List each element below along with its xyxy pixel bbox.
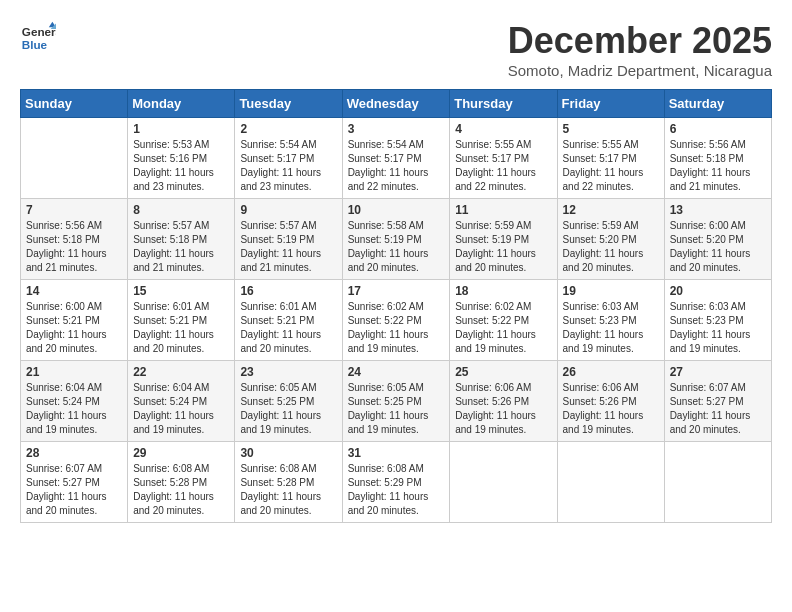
day-cell-13: 13Sunrise: 6:00 AMSunset: 5:20 PMDayligh… — [664, 199, 771, 280]
day-info: Sunrise: 5:57 AMSunset: 5:18 PMDaylight:… — [133, 219, 229, 275]
day-cell-18: 18Sunrise: 6:02 AMSunset: 5:22 PMDayligh… — [450, 280, 557, 361]
day-cell-1: 1Sunrise: 5:53 AMSunset: 5:16 PMDaylight… — [128, 118, 235, 199]
empty-cell — [557, 442, 664, 523]
day-number: 19 — [563, 284, 659, 298]
day-info: Sunrise: 6:04 AMSunset: 5:24 PMDaylight:… — [26, 381, 122, 437]
day-cell-3: 3Sunrise: 5:54 AMSunset: 5:17 PMDaylight… — [342, 118, 450, 199]
day-number: 27 — [670, 365, 766, 379]
day-info: Sunrise: 6:05 AMSunset: 5:25 PMDaylight:… — [240, 381, 336, 437]
day-info: Sunrise: 6:07 AMSunset: 5:27 PMDaylight:… — [670, 381, 766, 437]
empty-cell — [664, 442, 771, 523]
day-number: 9 — [240, 203, 336, 217]
day-info: Sunrise: 6:01 AMSunset: 5:21 PMDaylight:… — [240, 300, 336, 356]
day-info: Sunrise: 6:02 AMSunset: 5:22 PMDaylight:… — [348, 300, 445, 356]
day-cell-9: 9Sunrise: 5:57 AMSunset: 5:19 PMDaylight… — [235, 199, 342, 280]
day-info: Sunrise: 6:05 AMSunset: 5:25 PMDaylight:… — [348, 381, 445, 437]
day-number: 30 — [240, 446, 336, 460]
day-cell-11: 11Sunrise: 5:59 AMSunset: 5:19 PMDayligh… — [450, 199, 557, 280]
day-info: Sunrise: 5:54 AMSunset: 5:17 PMDaylight:… — [348, 138, 445, 194]
day-info: Sunrise: 5:59 AMSunset: 5:20 PMDaylight:… — [563, 219, 659, 275]
day-cell-10: 10Sunrise: 5:58 AMSunset: 5:19 PMDayligh… — [342, 199, 450, 280]
day-info: Sunrise: 6:04 AMSunset: 5:24 PMDaylight:… — [133, 381, 229, 437]
day-number: 22 — [133, 365, 229, 379]
day-number: 24 — [348, 365, 445, 379]
day-cell-26: 26Sunrise: 6:06 AMSunset: 5:26 PMDayligh… — [557, 361, 664, 442]
week-row-2: 7Sunrise: 5:56 AMSunset: 5:18 PMDaylight… — [21, 199, 772, 280]
day-number: 12 — [563, 203, 659, 217]
week-row-5: 28Sunrise: 6:07 AMSunset: 5:27 PMDayligh… — [21, 442, 772, 523]
day-info: Sunrise: 5:56 AMSunset: 5:18 PMDaylight:… — [670, 138, 766, 194]
day-number: 14 — [26, 284, 122, 298]
day-number: 7 — [26, 203, 122, 217]
page-header: General Blue December 2025 Somoto, Madri… — [20, 20, 772, 79]
day-cell-19: 19Sunrise: 6:03 AMSunset: 5:23 PMDayligh… — [557, 280, 664, 361]
empty-cell — [21, 118, 128, 199]
day-info: Sunrise: 5:55 AMSunset: 5:17 PMDaylight:… — [563, 138, 659, 194]
day-number: 13 — [670, 203, 766, 217]
day-cell-31: 31Sunrise: 6:08 AMSunset: 5:29 PMDayligh… — [342, 442, 450, 523]
day-info: Sunrise: 6:06 AMSunset: 5:26 PMDaylight:… — [455, 381, 551, 437]
day-number: 20 — [670, 284, 766, 298]
day-number: 11 — [455, 203, 551, 217]
day-info: Sunrise: 6:00 AMSunset: 5:20 PMDaylight:… — [670, 219, 766, 275]
empty-cell — [450, 442, 557, 523]
day-info: Sunrise: 5:56 AMSunset: 5:18 PMDaylight:… — [26, 219, 122, 275]
logo: General Blue — [20, 20, 56, 56]
logo-icon: General Blue — [20, 20, 56, 56]
day-cell-16: 16Sunrise: 6:01 AMSunset: 5:21 PMDayligh… — [235, 280, 342, 361]
day-info: Sunrise: 5:53 AMSunset: 5:16 PMDaylight:… — [133, 138, 229, 194]
day-number: 8 — [133, 203, 229, 217]
calendar-header: SundayMondayTuesdayWednesdayThursdayFrid… — [21, 90, 772, 118]
calendar-body: 1Sunrise: 5:53 AMSunset: 5:16 PMDaylight… — [21, 118, 772, 523]
day-cell-17: 17Sunrise: 6:02 AMSunset: 5:22 PMDayligh… — [342, 280, 450, 361]
day-cell-8: 8Sunrise: 5:57 AMSunset: 5:18 PMDaylight… — [128, 199, 235, 280]
day-number: 1 — [133, 122, 229, 136]
day-cell-7: 7Sunrise: 5:56 AMSunset: 5:18 PMDaylight… — [21, 199, 128, 280]
day-cell-24: 24Sunrise: 6:05 AMSunset: 5:25 PMDayligh… — [342, 361, 450, 442]
month-title: December 2025 — [508, 20, 772, 62]
day-number: 2 — [240, 122, 336, 136]
day-number: 4 — [455, 122, 551, 136]
day-info: Sunrise: 6:01 AMSunset: 5:21 PMDaylight:… — [133, 300, 229, 356]
day-cell-6: 6Sunrise: 5:56 AMSunset: 5:18 PMDaylight… — [664, 118, 771, 199]
header-cell-tuesday: Tuesday — [235, 90, 342, 118]
day-cell-14: 14Sunrise: 6:00 AMSunset: 5:21 PMDayligh… — [21, 280, 128, 361]
week-row-1: 1Sunrise: 5:53 AMSunset: 5:16 PMDaylight… — [21, 118, 772, 199]
week-row-3: 14Sunrise: 6:00 AMSunset: 5:21 PMDayligh… — [21, 280, 772, 361]
day-number: 6 — [670, 122, 766, 136]
day-info: Sunrise: 5:58 AMSunset: 5:19 PMDaylight:… — [348, 219, 445, 275]
day-cell-20: 20Sunrise: 6:03 AMSunset: 5:23 PMDayligh… — [664, 280, 771, 361]
location: Somoto, Madriz Department, Nicaragua — [508, 62, 772, 79]
day-cell-12: 12Sunrise: 5:59 AMSunset: 5:20 PMDayligh… — [557, 199, 664, 280]
day-cell-23: 23Sunrise: 6:05 AMSunset: 5:25 PMDayligh… — [235, 361, 342, 442]
day-number: 18 — [455, 284, 551, 298]
week-row-4: 21Sunrise: 6:04 AMSunset: 5:24 PMDayligh… — [21, 361, 772, 442]
day-cell-5: 5Sunrise: 5:55 AMSunset: 5:17 PMDaylight… — [557, 118, 664, 199]
day-cell-2: 2Sunrise: 5:54 AMSunset: 5:17 PMDaylight… — [235, 118, 342, 199]
day-info: Sunrise: 6:08 AMSunset: 5:28 PMDaylight:… — [240, 462, 336, 518]
day-cell-28: 28Sunrise: 6:07 AMSunset: 5:27 PMDayligh… — [21, 442, 128, 523]
day-info: Sunrise: 5:59 AMSunset: 5:19 PMDaylight:… — [455, 219, 551, 275]
day-info: Sunrise: 5:55 AMSunset: 5:17 PMDaylight:… — [455, 138, 551, 194]
day-number: 25 — [455, 365, 551, 379]
title-section: December 2025 Somoto, Madriz Department,… — [508, 20, 772, 79]
day-cell-30: 30Sunrise: 6:08 AMSunset: 5:28 PMDayligh… — [235, 442, 342, 523]
day-number: 5 — [563, 122, 659, 136]
day-cell-21: 21Sunrise: 6:04 AMSunset: 5:24 PMDayligh… — [21, 361, 128, 442]
header-cell-saturday: Saturday — [664, 90, 771, 118]
day-number: 28 — [26, 446, 122, 460]
day-number: 3 — [348, 122, 445, 136]
day-number: 31 — [348, 446, 445, 460]
header-cell-thursday: Thursday — [450, 90, 557, 118]
day-info: Sunrise: 6:00 AMSunset: 5:21 PMDaylight:… — [26, 300, 122, 356]
header-row: SundayMondayTuesdayWednesdayThursdayFrid… — [21, 90, 772, 118]
day-info: Sunrise: 6:03 AMSunset: 5:23 PMDaylight:… — [563, 300, 659, 356]
day-info: Sunrise: 6:02 AMSunset: 5:22 PMDaylight:… — [455, 300, 551, 356]
day-number: 26 — [563, 365, 659, 379]
day-info: Sunrise: 5:57 AMSunset: 5:19 PMDaylight:… — [240, 219, 336, 275]
day-info: Sunrise: 5:54 AMSunset: 5:17 PMDaylight:… — [240, 138, 336, 194]
header-cell-monday: Monday — [128, 90, 235, 118]
day-info: Sunrise: 6:03 AMSunset: 5:23 PMDaylight:… — [670, 300, 766, 356]
day-info: Sunrise: 6:08 AMSunset: 5:28 PMDaylight:… — [133, 462, 229, 518]
day-number: 15 — [133, 284, 229, 298]
